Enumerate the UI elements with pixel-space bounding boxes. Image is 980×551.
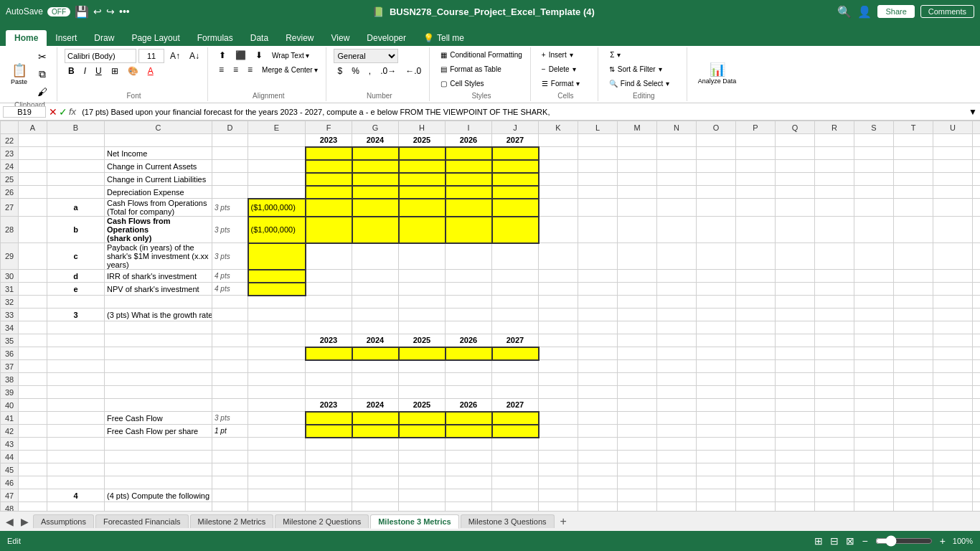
cell-p43[interactable] xyxy=(736,438,776,451)
cell-g44[interactable] xyxy=(352,451,399,463)
cell-n39[interactable] xyxy=(657,386,697,399)
cell-n27[interactable] xyxy=(657,199,697,217)
cell-u48[interactable] xyxy=(933,502,973,512)
cell-q22[interactable] xyxy=(776,134,815,147)
cell-i33[interactable] xyxy=(446,309,492,321)
cell-n34[interactable] xyxy=(657,321,697,334)
cell-s25[interactable] xyxy=(854,173,894,186)
cell-g23[interactable] xyxy=(352,147,399,160)
cell-q35[interactable] xyxy=(776,334,815,347)
cell-u46[interactable] xyxy=(933,476,973,489)
cell-k29[interactable] xyxy=(539,243,578,270)
cell-v38[interactable] xyxy=(973,373,981,386)
cell-s29[interactable] xyxy=(854,243,894,270)
cell-p33[interactable] xyxy=(736,309,776,321)
cell-t46[interactable] xyxy=(894,476,933,489)
cell-s45[interactable] xyxy=(854,463,894,476)
cell-l46[interactable] xyxy=(578,476,618,489)
cell-i47[interactable] xyxy=(446,489,492,502)
cell-b37[interactable] xyxy=(47,360,105,373)
cell-e43[interactable] xyxy=(248,438,306,451)
cell-r25[interactable] xyxy=(815,173,854,186)
cell-u33[interactable] xyxy=(933,309,973,321)
number-format-select[interactable]: General Number Currency Accounting Perce… xyxy=(334,49,398,63)
cell-m41[interactable] xyxy=(618,412,657,425)
decrease-decimal-button[interactable]: ←.0 xyxy=(402,65,425,77)
comma-button[interactable]: , xyxy=(365,65,374,77)
cell-k28[interactable] xyxy=(539,217,578,243)
cell-c42[interactable]: Free Cash Flow per share xyxy=(105,425,212,438)
cell-s36[interactable] xyxy=(854,347,894,360)
cell-o30[interactable] xyxy=(697,270,736,283)
cell-e27[interactable]: ($1,000,000) xyxy=(248,199,306,217)
cell-k33[interactable] xyxy=(539,309,578,321)
cell-l48[interactable] xyxy=(578,502,618,512)
sheet-tab-forecasted-financials[interactable]: Forecasted Financials xyxy=(95,514,189,528)
col-header-q[interactable]: Q xyxy=(776,121,815,134)
cell-g46[interactable] xyxy=(352,476,399,489)
cell-j27[interactable] xyxy=(492,199,539,217)
zoom-slider[interactable] xyxy=(875,535,933,547)
col-header-u[interactable]: U xyxy=(933,121,973,134)
tab-insert[interactable]: Insert xyxy=(47,30,85,46)
cell-v26[interactable] xyxy=(973,186,981,199)
cell-d25[interactable] xyxy=(212,173,248,186)
cell-l37[interactable] xyxy=(578,360,618,373)
cell-g35[interactable]: 2024 xyxy=(352,334,399,347)
cell-v30[interactable] xyxy=(973,270,981,283)
cell-a32[interactable] xyxy=(19,296,47,309)
format-table-button[interactable]: ▤ Format as Table xyxy=(437,63,505,75)
cell-f40[interactable]: 2023 xyxy=(306,399,352,412)
cell-m31[interactable] xyxy=(618,283,657,296)
cell-j48[interactable] xyxy=(492,502,539,512)
cell-t45[interactable] xyxy=(894,463,933,476)
cell-r43[interactable] xyxy=(815,438,854,451)
cell-s39[interactable] xyxy=(854,386,894,399)
cell-c41[interactable]: Free Cash Flow xyxy=(105,412,212,425)
col-header-l[interactable]: L xyxy=(578,121,618,134)
cell-g38[interactable] xyxy=(352,373,399,386)
cell-t26[interactable] xyxy=(894,186,933,199)
cell-h23[interactable] xyxy=(399,147,446,160)
italic-button[interactable]: I xyxy=(80,65,90,77)
cell-f24[interactable] xyxy=(306,160,352,173)
cell-k36[interactable] xyxy=(539,347,578,360)
cell-v35[interactable] xyxy=(973,334,981,347)
cell-m40[interactable] xyxy=(618,399,657,412)
cell-o23[interactable] xyxy=(697,147,736,160)
cell-m45[interactable] xyxy=(618,463,657,476)
cell-q45[interactable] xyxy=(776,463,815,476)
cell-p25[interactable] xyxy=(736,173,776,186)
cell-d32[interactable] xyxy=(212,296,248,309)
cell-n24[interactable] xyxy=(657,160,697,173)
cell-f36[interactable] xyxy=(306,347,352,360)
cell-p30[interactable] xyxy=(736,270,776,283)
cell-j28[interactable] xyxy=(492,217,539,243)
cell-f47[interactable] xyxy=(306,489,352,502)
cell-u43[interactable] xyxy=(933,438,973,451)
cell-e33[interactable] xyxy=(248,309,306,321)
cell-o38[interactable] xyxy=(697,373,736,386)
cell-q40[interactable] xyxy=(776,399,815,412)
align-center-button[interactable]: ≡ xyxy=(230,63,242,76)
cell-r44[interactable] xyxy=(815,451,854,463)
sheet-tab-milestone3-questions[interactable]: Milestone 3 Questions xyxy=(461,514,555,528)
cell-d34[interactable] xyxy=(212,321,248,334)
cell-v27[interactable] xyxy=(973,199,981,217)
cell-c22[interactable] xyxy=(105,134,212,147)
cell-l35[interactable] xyxy=(578,334,618,347)
cell-u39[interactable] xyxy=(933,386,973,399)
cell-a36[interactable] xyxy=(19,347,47,360)
cell-i39[interactable] xyxy=(446,386,492,399)
cell-e30[interactable] xyxy=(248,270,306,283)
cell-i35[interactable]: 2026 xyxy=(446,334,492,347)
cell-styles-button[interactable]: ▢ Cell Styles xyxy=(437,77,487,90)
cell-i22[interactable]: 2026 xyxy=(446,134,492,147)
cell-l22[interactable] xyxy=(578,134,618,147)
cell-k42[interactable] xyxy=(539,425,578,438)
cell-l30[interactable] xyxy=(578,270,618,283)
cell-h33[interactable] xyxy=(399,309,446,321)
cell-t38[interactable] xyxy=(894,373,933,386)
cell-k37[interactable] xyxy=(539,360,578,373)
cell-f45[interactable] xyxy=(306,463,352,476)
